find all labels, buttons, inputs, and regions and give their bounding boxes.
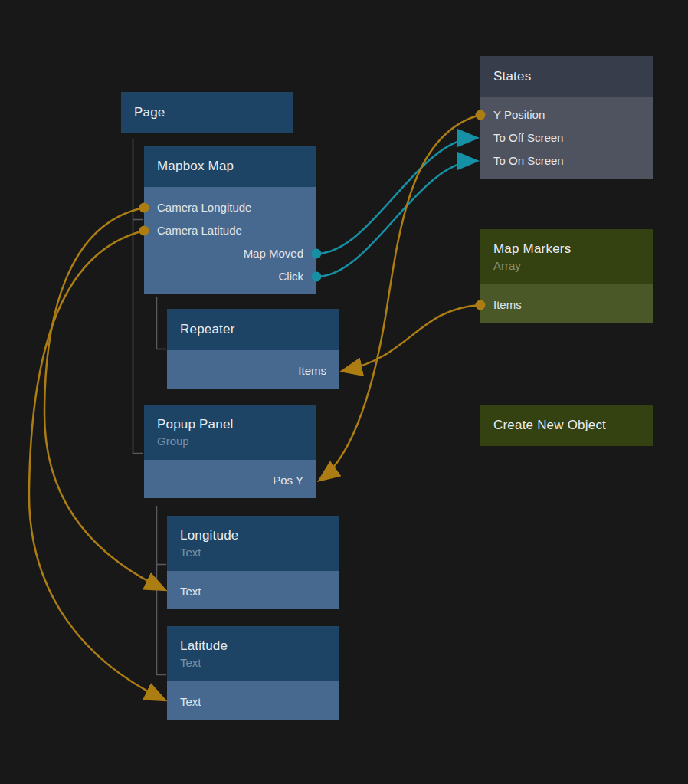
tree-line-page-children xyxy=(133,139,144,454)
node-repeater-header[interactable]: Repeater xyxy=(167,309,339,350)
node-editor-canvas[interactable]: Page Mapbox Map Camera Longitude Camera … xyxy=(0,0,688,784)
node-latitude-header[interactable]: Latitude Text xyxy=(167,626,339,681)
port-longitude-text[interactable]: Text xyxy=(167,580,339,603)
node-title: Popup Panel xyxy=(157,417,303,432)
tree-line-mapbox-children xyxy=(157,297,167,349)
node-popup-panel-header[interactable]: Popup Panel Group xyxy=(144,405,316,460)
node-longitude[interactable]: Longitude Text Text xyxy=(167,516,339,609)
node-page-header[interactable]: Page xyxy=(121,92,293,133)
node-subtitle: Text xyxy=(180,656,326,669)
node-longitude-header[interactable]: Longitude Text xyxy=(167,516,339,571)
node-subtitle: Text xyxy=(180,546,326,559)
port-camera-longitude[interactable]: Camera Longitude xyxy=(144,196,316,219)
wire-markers-items-repeater-items[interactable] xyxy=(343,305,480,371)
node-latitude[interactable]: Latitude Text Text xyxy=(167,626,339,720)
node-popup-panel-body: Pos Y xyxy=(144,460,316,498)
node-title: Mapbox Map xyxy=(157,159,303,174)
node-repeater-body: Items xyxy=(167,350,339,389)
node-mapbox-map-header[interactable]: Mapbox Map xyxy=(144,146,316,187)
node-title: Longitude xyxy=(180,528,326,543)
port-map-moved[interactable]: Map Moved xyxy=(144,242,316,265)
node-title: Repeater xyxy=(180,322,326,337)
port-markers-items[interactable]: Items xyxy=(480,294,653,317)
node-title: States xyxy=(493,69,640,84)
node-map-markers[interactable]: Map Markers Array Items xyxy=(480,229,653,323)
node-latitude-body: Text xyxy=(167,681,339,720)
port-repeater-items[interactable]: Items xyxy=(167,359,339,382)
node-title: Map Markers xyxy=(493,241,640,257)
node-subtitle: Group xyxy=(157,435,303,448)
port-click[interactable]: Click xyxy=(144,265,316,288)
port-to-off-screen[interactable]: To Off Screen xyxy=(480,126,653,149)
wire-y-position-pos-y[interactable] xyxy=(320,115,480,480)
node-map-markers-body: Items xyxy=(480,284,653,323)
node-popup-panel[interactable]: Popup Panel Group Pos Y xyxy=(144,405,316,498)
node-create-new-object[interactable]: Create New Object xyxy=(480,405,653,446)
node-title: Page xyxy=(134,105,280,120)
wire-click-to-on-screen[interactable] xyxy=(316,161,476,277)
wire-map-moved-to-off-screen[interactable] xyxy=(316,138,476,254)
node-repeater[interactable]: Repeater Items xyxy=(167,309,339,389)
node-longitude-body: Text xyxy=(167,571,339,609)
port-to-on-screen[interactable]: To On Screen xyxy=(480,149,653,172)
node-states-header[interactable]: States xyxy=(480,56,653,97)
port-pos-y[interactable]: Pos Y xyxy=(144,469,316,492)
port-latitude-text[interactable]: Text xyxy=(167,691,339,713)
node-title: Create New Object xyxy=(493,418,640,433)
port-camera-latitude[interactable]: Camera Latitude xyxy=(144,219,316,242)
node-create-new-object-header[interactable]: Create New Object xyxy=(480,405,653,446)
node-page[interactable]: Page xyxy=(121,92,293,133)
tree-line-popup-children xyxy=(157,506,167,675)
node-map-markers-header[interactable]: Map Markers Array xyxy=(480,229,653,284)
port-y-position[interactable]: Y Position xyxy=(480,103,653,126)
node-states-body: Y Position To Off Screen To On Screen xyxy=(480,97,653,179)
node-subtitle: Array xyxy=(493,259,640,272)
node-states[interactable]: States Y Position To Off Screen To On Sc… xyxy=(480,56,653,179)
node-mapbox-map[interactable]: Mapbox Map Camera Longitude Camera Latit… xyxy=(144,146,316,294)
node-mapbox-map-body: Camera Longitude Camera Latitude Map Mov… xyxy=(144,187,316,294)
node-title: Latitude xyxy=(180,638,326,654)
